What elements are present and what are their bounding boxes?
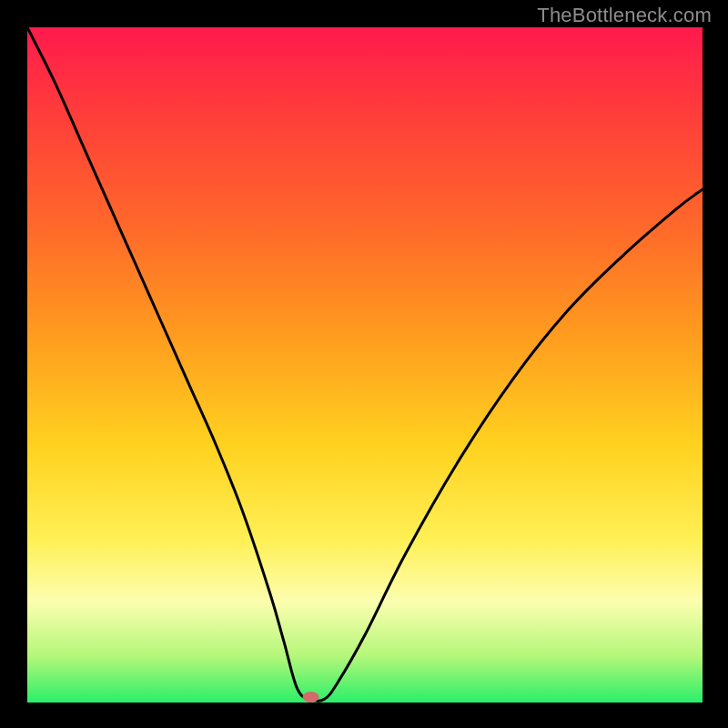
bottleneck-curve: [27, 27, 703, 701]
chart-stage: TheBottleneck.com: [0, 0, 728, 728]
plot-area: [27, 27, 703, 703]
min-marker: [303, 692, 319, 703]
watermark-text: TheBottleneck.com: [537, 4, 712, 27]
curve-layer: [27, 27, 703, 703]
